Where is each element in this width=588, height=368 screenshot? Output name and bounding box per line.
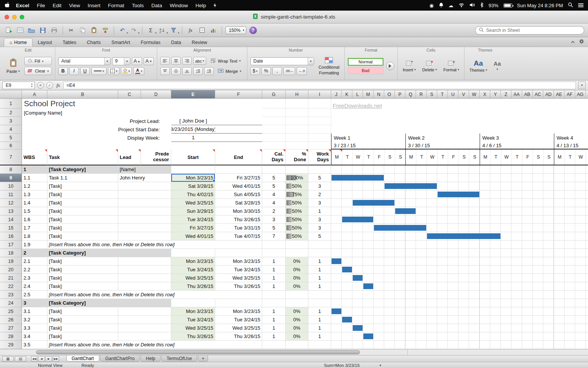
accounting-format-button[interactable]: $▾ (250, 67, 260, 75)
gantt-area[interactable] (331, 274, 588, 282)
start-date-cell[interactable]: Tue 3/24/15 (171, 266, 215, 274)
next-tab-button[interactable]: ▶ (45, 356, 52, 362)
cell[interactable] (215, 165, 262, 174)
cell[interactable] (262, 125, 286, 134)
task-cell[interactable]: [Task Category] (47, 249, 118, 257)
sheet-tab-[interactable]: + (198, 355, 208, 362)
confirm-entry-button[interactable]: ✓ (46, 82, 53, 89)
wbs-cell[interactable]: 3.1 (22, 307, 47, 316)
cell[interactable] (286, 241, 308, 249)
lead-cell[interactable] (118, 249, 171, 257)
task-cell[interactable]: [Task] (47, 266, 118, 274)
field-label-cell[interactable]: Display Week: (47, 134, 171, 142)
row-header-22[interactable]: 22 (0, 282, 22, 291)
header-cal-days[interactable]: Cal.Days (262, 149, 286, 165)
lead-cell[interactable] (118, 215, 171, 224)
gantt-area[interactable] (331, 324, 588, 332)
start-date-cell[interactable]: Wed 4/01/15 (171, 232, 215, 241)
cell[interactable] (286, 299, 308, 307)
gantt-area[interactable] (331, 299, 588, 307)
work-days-cell[interactable]: 3 (308, 182, 331, 190)
fill-color-button[interactable]: ▾ (121, 67, 132, 75)
gantt-area[interactable]: Week 1Week 2Week 3Week 4 (331, 134, 588, 142)
wbs-cell[interactable]: 3.2 (22, 316, 47, 324)
wbs-cell[interactable]: 1.8 (22, 232, 47, 241)
tab-tables[interactable]: Tables (57, 38, 81, 47)
sort-button[interactable]: AZ▾ (157, 25, 167, 35)
column-header-AB[interactable]: AB (522, 90, 533, 98)
cal-days-cell[interactable]: 3 (262, 215, 286, 224)
company-name-cell[interactable]: [Company Name] (22, 109, 262, 117)
merge-button[interactable]: Merge▾ (215, 67, 244, 75)
start-date-cell[interactable]: Mon 3/23/15 (171, 174, 215, 182)
cell[interactable] (22, 134, 47, 142)
wbs-cell[interactable]: 1.4 (22, 199, 47, 207)
wbs-cell[interactable]: 2.2 (22, 266, 47, 274)
header-predecessor[interactable]: Predecessor (141, 149, 171, 165)
tab-layout[interactable]: Layout (33, 38, 58, 47)
cell[interactable] (262, 117, 286, 125)
script-menu-icon[interactable] (210, 3, 220, 8)
gantt-area[interactable] (331, 232, 588, 241)
cal-days-cell[interactable]: 5 (262, 182, 286, 190)
chart-button[interactable] (208, 25, 218, 35)
cal-days-cell[interactable]: 5 (262, 224, 286, 232)
wbs-cell[interactable]: 3.3 (22, 324, 47, 332)
end-date-cell[interactable]: Mon 3/23/15 (215, 257, 262, 266)
wbs-cell[interactable]: 1.2 (22, 182, 47, 190)
cell[interactable] (22, 117, 47, 125)
task-cell[interactable]: Task 1.1 (47, 174, 118, 182)
sum-indicator[interactable]: Sum=Mon 3/23/15 (324, 363, 360, 368)
gantt-area[interactable] (331, 199, 588, 207)
bold-button[interactable]: B (58, 67, 68, 75)
field-label-cell[interactable]: Project Start Date: (47, 125, 171, 134)
format-painter-button[interactable] (100, 25, 110, 35)
cell[interactable] (262, 99, 286, 109)
wbs-cell[interactable]: 1.6 (22, 215, 47, 224)
cal-days-cell[interactable]: 1 (262, 307, 286, 316)
search-box[interactable] (475, 26, 584, 35)
insert-note-cell[interactable]: [Insert Rows above this one, then Hide o… (47, 241, 262, 249)
cell[interactable] (286, 341, 308, 349)
gantt-area[interactable] (331, 182, 588, 190)
cell[interactable] (262, 142, 286, 149)
align-bottom-icon[interactable] (182, 67, 192, 75)
lead-cell[interactable] (118, 324, 171, 332)
work-days-cell[interactable]: 1 (308, 282, 331, 291)
lead-cell[interactable] (118, 190, 171, 199)
end-date-cell[interactable]: Sun 4/05/15 (215, 190, 262, 199)
row-header-6[interactable]: 6 (0, 142, 22, 149)
align-top-icon[interactable] (160, 67, 170, 75)
search-input[interactable] (486, 28, 580, 33)
gantt-area[interactable] (331, 291, 588, 299)
gantt-area[interactable] (331, 207, 588, 215)
row-header-3[interactable]: 3 (0, 117, 22, 125)
font-color-button[interactable]: A▾ (133, 67, 144, 75)
column-header-N[interactable]: N (374, 90, 384, 98)
task-cell[interactable]: [Task Category] (47, 299, 118, 307)
column-header-L[interactable]: L (352, 90, 363, 98)
cell[interactable] (308, 291, 331, 299)
cal-days-cell[interactable]: 4 (262, 199, 286, 207)
row-header-9[interactable]: 9 (0, 174, 22, 182)
delete-cells-button[interactable]: Delete▾ (420, 60, 439, 72)
paste-button[interactable] (89, 25, 99, 35)
cell[interactable] (308, 134, 331, 142)
cell[interactable] (262, 291, 286, 299)
gantt-area[interactable] (331, 165, 588, 174)
end-date-cell[interactable]: Wed 3/25/15 (215, 324, 262, 332)
column-header-R[interactable]: R (416, 90, 427, 98)
pct-done-cell[interactable]: 50% (286, 199, 308, 207)
pct-done-cell[interactable]: 0% (286, 282, 308, 291)
task-cell[interactable]: [Task] (47, 182, 118, 190)
row-header-11[interactable]: 11 (0, 190, 22, 199)
end-date-cell[interactable]: Sat 3/28/15 (215, 199, 262, 207)
cell[interactable] (262, 299, 286, 307)
gantt-area[interactable] (331, 266, 588, 274)
horizontal-scrollbar[interactable] (0, 349, 588, 355)
pct-done-cell[interactable]: 75% (286, 190, 308, 199)
column-header-V[interactable]: V (458, 90, 469, 98)
menu-tools[interactable]: Tools (128, 3, 148, 8)
cell[interactable] (286, 142, 308, 149)
start-date-cell[interactable]: Thu 4/02/15 (171, 190, 215, 199)
